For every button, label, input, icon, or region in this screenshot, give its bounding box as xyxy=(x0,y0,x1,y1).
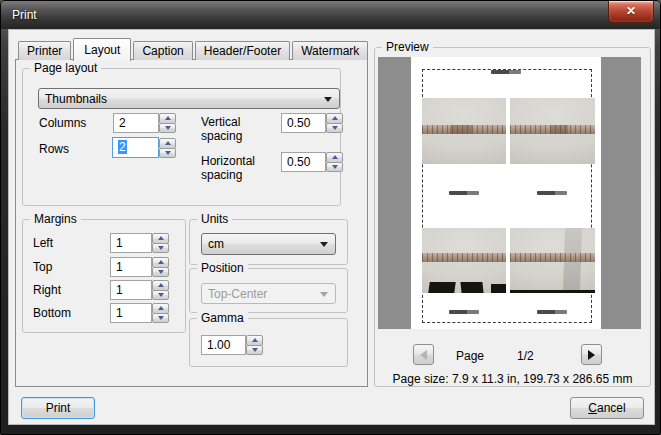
spinner-up-button[interactable] xyxy=(152,233,169,244)
next-page-icon xyxy=(588,350,595,360)
spinner-up-icon xyxy=(158,306,164,310)
spinner-up-button[interactable] xyxy=(152,257,169,268)
tab-layout[interactable]: Layout xyxy=(73,38,131,61)
spinner-down-button[interactable] xyxy=(326,123,343,134)
margin-left-label: Left xyxy=(33,236,53,250)
caption-text-smudge xyxy=(449,191,479,195)
position-group-label: Position xyxy=(197,261,248,275)
spinner-down-button[interactable] xyxy=(152,243,169,254)
thumbnail-photo xyxy=(510,228,595,293)
spinner-up-icon xyxy=(252,338,258,342)
tab-header-footer[interactable]: Header/Footer xyxy=(195,41,290,60)
ruler-strip xyxy=(510,253,595,262)
spinner-up-icon xyxy=(158,236,164,240)
spinner-up-icon xyxy=(158,283,164,287)
margin-right-label: Right xyxy=(33,283,61,297)
chevron-down-icon xyxy=(320,292,328,297)
gamma-stepper xyxy=(246,335,263,355)
margin-bottom-input[interactable]: 1 xyxy=(110,303,152,323)
units-select[interactable]: cm xyxy=(201,233,336,255)
spinner-down-button[interactable] xyxy=(159,123,176,134)
caption-text-smudge xyxy=(537,191,567,195)
page-size-text: Page size: 7.9 x 11.3 in, 199.73 x 286.6… xyxy=(374,372,651,386)
spinner-up-button[interactable] xyxy=(326,152,343,163)
spinner-down-icon xyxy=(158,270,164,274)
thumbnail-photo xyxy=(510,98,595,164)
spinner-down-button[interactable] xyxy=(152,267,169,278)
gamma-input[interactable]: 1.00 xyxy=(201,335,246,355)
cancel-button[interactable]: Cancel xyxy=(570,397,644,419)
close-icon: ✕ xyxy=(626,4,636,18)
header-text-smudge xyxy=(491,70,521,74)
margin-top-label: Top xyxy=(33,260,52,274)
columns-label: Columns xyxy=(39,116,86,130)
caption-text-smudge xyxy=(537,310,567,314)
spinner-down-button[interactable] xyxy=(152,313,169,324)
rows-input[interactable]: 2 xyxy=(112,137,159,158)
horizontal-spacing-input[interactable]: 0.50 xyxy=(281,152,326,172)
spinner-down-button[interactable] xyxy=(246,345,263,356)
spinner-down-icon xyxy=(165,151,171,155)
units-value: cm xyxy=(208,237,224,251)
spinner-up-button[interactable] xyxy=(152,280,169,291)
cancel-accelerator: C xyxy=(588,401,597,415)
ruler-stain xyxy=(450,125,472,134)
horizontal-spacing-stepper xyxy=(326,152,343,172)
units-group-label: Units xyxy=(197,212,232,226)
chevron-down-icon xyxy=(324,97,332,102)
spinner-up-button[interactable] xyxy=(152,303,169,314)
columns-input[interactable]: 2 xyxy=(113,113,159,133)
dark-object xyxy=(428,282,456,293)
spinner-up-icon xyxy=(165,116,171,120)
spinner-down-icon xyxy=(332,126,338,130)
rows-label: Rows xyxy=(39,142,69,156)
preview-group-label: Preview xyxy=(382,40,433,54)
margin-right-input[interactable]: 1 xyxy=(110,280,152,300)
ruler-stain xyxy=(550,125,568,134)
position-select: Top-Center xyxy=(201,283,336,304)
close-button[interactable]: ✕ xyxy=(608,1,654,23)
spinner-up-icon xyxy=(158,260,164,264)
spinner-up-button[interactable] xyxy=(246,335,263,346)
spinner-down-icon xyxy=(165,126,171,130)
spinner-up-button[interactable] xyxy=(159,138,176,149)
spinner-down-button[interactable] xyxy=(326,162,343,173)
layout-type-select[interactable]: Thumbnails xyxy=(38,88,340,109)
tab-printer[interactable]: Printer xyxy=(18,41,71,60)
next-page-button[interactable] xyxy=(581,344,602,365)
margin-top-stepper xyxy=(152,257,169,277)
vertical-spacing-stepper xyxy=(326,113,343,133)
vertical-spacing-input[interactable]: 0.50 xyxy=(281,113,326,133)
columns-stepper xyxy=(159,113,176,133)
rows-selected-text: 2 xyxy=(118,140,127,154)
ruler-strip xyxy=(422,253,506,262)
margin-top-input[interactable]: 1 xyxy=(110,257,152,277)
spinner-down-icon xyxy=(158,246,164,250)
margin-right-stepper xyxy=(152,280,169,300)
print-button[interactable]: Print xyxy=(21,397,95,419)
spinner-down-button[interactable] xyxy=(152,290,169,301)
page-layout-group-label: Page layout xyxy=(30,61,101,75)
rows-stepper xyxy=(159,138,176,158)
dark-object xyxy=(510,290,595,293)
previous-page-button[interactable] xyxy=(413,344,434,365)
spinner-down-button[interactable] xyxy=(159,148,176,159)
dark-object xyxy=(491,284,506,293)
margin-left-input[interactable]: 1 xyxy=(110,233,152,253)
margin-bottom-stepper xyxy=(152,303,169,323)
cancel-label-rest: ancel xyxy=(597,401,626,415)
margin-bottom-label: Bottom xyxy=(33,306,71,320)
position-value: Top-Center xyxy=(208,287,267,301)
preview-page xyxy=(411,57,601,329)
spinner-up-icon xyxy=(332,116,338,120)
tab-caption[interactable]: Caption xyxy=(133,41,192,60)
spinner-up-button[interactable] xyxy=(159,113,176,124)
margins-group-label: Margins xyxy=(30,212,81,226)
window-title: Print xyxy=(12,8,37,22)
spinner-up-icon xyxy=(165,141,171,145)
tab-watermark[interactable]: Watermark xyxy=(292,41,368,60)
horizontal-spacing-label: Horizontal spacing xyxy=(201,154,271,182)
preview-viewport xyxy=(378,57,641,329)
spinner-down-icon xyxy=(158,316,164,320)
spinner-up-button[interactable] xyxy=(326,113,343,124)
